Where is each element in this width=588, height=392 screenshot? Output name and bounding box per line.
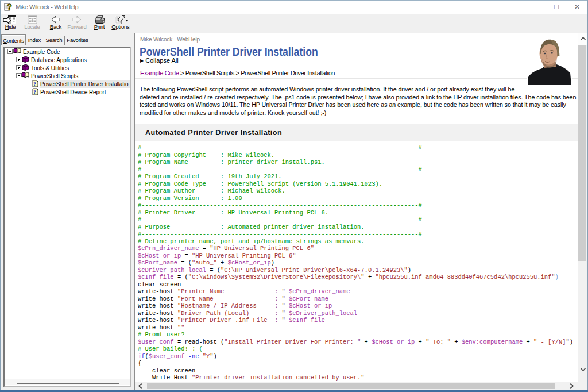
svg-text:?: ?	[33, 81, 36, 87]
svg-text:?: ?	[33, 89, 36, 95]
svg-text:?: ?	[7, 2, 12, 11]
